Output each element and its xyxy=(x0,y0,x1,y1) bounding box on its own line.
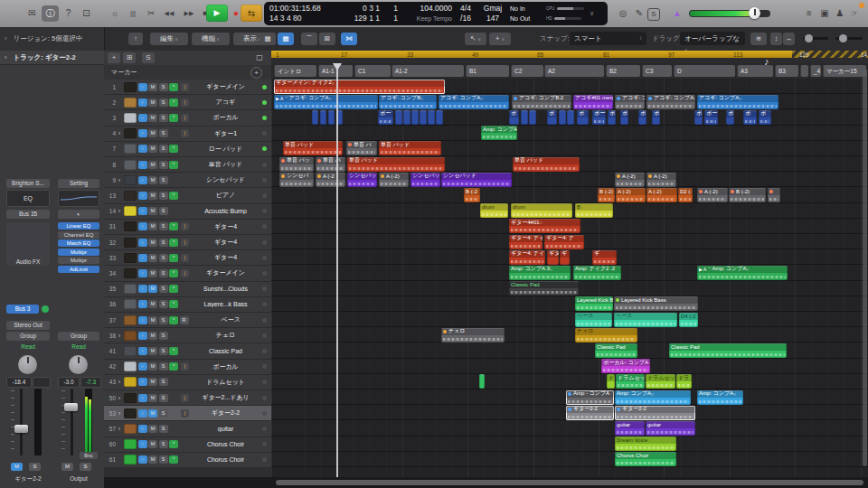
track-name[interactable]: シンセパッド xyxy=(189,175,262,184)
region[interactable]: ギター4: テイク xyxy=(509,250,545,265)
region[interactable]: B (-2) xyxy=(729,188,766,202)
automation-mode-chip[interactable]: Read xyxy=(6,343,50,352)
track-solo-button[interactable]: S xyxy=(159,145,168,153)
playhead[interactable] xyxy=(336,63,338,477)
group-chip-output[interactable]: Group xyxy=(58,332,99,341)
quick-help-icon[interactable]: ? xyxy=(60,5,77,22)
region[interactable]: ド xyxy=(607,374,615,389)
track-row[interactable]: 38›○MS*|チェロ xyxy=(104,328,271,343)
region[interactable]: ギ xyxy=(560,250,570,265)
track-solo-button[interactable]: S xyxy=(159,269,168,277)
track-input-badge[interactable]: | xyxy=(181,409,189,418)
track-name[interactable]: ボーカル xyxy=(189,362,262,371)
track-solo-button[interactable]: S xyxy=(159,455,168,464)
track-name[interactable]: アコギ xyxy=(189,98,262,107)
track-name[interactable]: Layere...k Bass xyxy=(189,301,262,307)
track-freeze-button[interactable]: * xyxy=(169,300,178,308)
cycle-button[interactable]: ⇆ xyxy=(241,5,262,22)
region[interactable] xyxy=(312,110,318,125)
track-name[interactable]: ギター4 xyxy=(189,222,262,231)
track-on-off-button[interactable]: ○ xyxy=(138,440,147,448)
waveform-zoom-icon[interactable]: ≋ xyxy=(750,33,767,45)
region[interactable]: アコギ#01 merg xyxy=(573,95,613,109)
track-freeze-button[interactable]: * xyxy=(169,269,178,277)
fader-thumb[interactable] xyxy=(14,425,28,433)
track-mute-button[interactable]: M xyxy=(148,362,157,371)
region[interactable]: A (-2) xyxy=(646,188,677,202)
region[interactable]: D2 (- xyxy=(678,188,693,202)
track-solo-button[interactable]: S xyxy=(159,161,168,169)
track-mute-button[interactable]: M xyxy=(148,316,157,324)
inspector-icon[interactable]: ⓘ xyxy=(42,5,59,22)
track-name[interactable]: ボーカル xyxy=(189,113,262,122)
region[interactable] xyxy=(567,110,574,125)
add-marker-icon[interactable]: + xyxy=(250,67,262,79)
region[interactable]: B (-2 xyxy=(464,188,480,202)
track-mute-button[interactable]: M xyxy=(148,425,157,433)
region[interactable]: シンセパッド xyxy=(410,173,440,187)
catch-playhead-icon[interactable]: ↑ xyxy=(128,33,143,45)
region[interactable]: ドラムセット xyxy=(646,374,675,389)
plugin-slot-2[interactable]: Match EQ xyxy=(58,239,99,247)
arrangement-marker[interactable]: A1-2 xyxy=(392,65,464,77)
track-expand-icon[interactable]: › xyxy=(116,379,123,385)
region[interactable]: ボ xyxy=(547,110,557,125)
track-input-badge[interactable]: | xyxy=(181,83,189,91)
track-row[interactable]: 61○MS*|Chorus Choir xyxy=(104,453,271,468)
fader-track[interactable] xyxy=(20,389,23,455)
volume-value-output[interactable]: -3.0 xyxy=(58,377,80,388)
track-row[interactable]: 8○MS*|単音 パッド xyxy=(104,157,271,173)
arrangement-marker[interactable]: A2 xyxy=(544,65,604,77)
track-row[interactable]: 43›○MS*|ドラムセット xyxy=(104,375,271,390)
track-name[interactable]: Chorus Choir xyxy=(189,441,262,447)
track-panel-icon[interactable]: ▢ xyxy=(253,52,266,63)
region[interactable]: 単音 パ xyxy=(316,157,345,172)
track-solo-button[interactable]: S xyxy=(159,332,168,340)
fader-track-output[interactable] xyxy=(71,389,73,455)
track-on-off-button[interactable]: ○ xyxy=(138,332,147,340)
track-mute-button[interactable]: M xyxy=(148,378,157,386)
track-freeze-button[interactable]: * xyxy=(169,455,178,464)
region[interactable]: シンセパ xyxy=(279,173,314,187)
region[interactable]: ボー xyxy=(592,110,606,125)
track-solo-button[interactable]: S xyxy=(159,425,168,433)
forward-button[interactable]: ▶▶ xyxy=(179,5,199,22)
region[interactable]: ボ xyxy=(743,110,757,125)
region[interactable]: ボ xyxy=(652,110,660,125)
track-on-off-button[interactable]: ○ xyxy=(138,254,147,262)
region[interactable]: guitar xyxy=(646,421,695,436)
track-row[interactable]: 41○MS*|Classic Pad xyxy=(104,343,271,359)
region[interactable]: アコギ: コンプB.2 xyxy=(512,95,571,109)
region[interactable]: Amp: コンプA.3 ○ xyxy=(509,266,571,280)
track-inspector-header[interactable]: › トラック: ギター2-2 xyxy=(0,51,104,65)
track-on-off-button[interactable]: ○ xyxy=(138,285,147,293)
track-on-off-button[interactable]: ○ xyxy=(138,99,147,107)
track-row[interactable]: 14›○MS*|Acoustic Bump xyxy=(104,204,271,220)
track-solo-button[interactable]: S xyxy=(159,409,168,418)
region[interactable]: アコギ: コンプA.2 xyxy=(646,95,695,109)
track-on-off-button[interactable]: ○ xyxy=(138,269,147,277)
master-volume-slider[interactable] xyxy=(689,10,770,17)
track-row[interactable]: 1○MS*|ギターメイン xyxy=(104,80,271,95)
track-row[interactable]: 60○MS*|Chorus Choir xyxy=(104,437,271,453)
track-on-off-button[interactable]: ○ xyxy=(138,192,147,200)
track-freeze-button[interactable]: * xyxy=(169,254,178,262)
track-mute-button[interactable]: M xyxy=(148,192,157,200)
region[interactable]: ベース xyxy=(575,313,612,327)
region[interactable]: 単音 パッド xyxy=(283,141,343,155)
track-mute-button[interactable]: M xyxy=(148,269,157,277)
solo-button[interactable]: S xyxy=(29,463,41,471)
region[interactable] xyxy=(403,110,410,125)
track-row[interactable]: 13○MS*|ピアノ xyxy=(104,188,271,203)
region[interactable]: D4 (-2 xyxy=(679,313,698,327)
track-on-off-button[interactable]: ○ xyxy=(138,129,147,137)
track-solo-button[interactable]: S xyxy=(159,362,168,371)
region[interactable]: チェロ xyxy=(575,328,637,343)
track-mute-button[interactable]: M xyxy=(148,161,157,169)
region[interactable]: A (-2) xyxy=(616,188,646,202)
arrangement-marker[interactable]: C3 xyxy=(642,65,672,77)
arrangement-marker[interactable]: D xyxy=(674,65,735,77)
track-name[interactable]: ギター2-2 xyxy=(189,408,262,418)
region[interactable]: ドラ xyxy=(676,374,692,389)
region[interactable]: Amp: コンプA ○ xyxy=(697,390,743,405)
